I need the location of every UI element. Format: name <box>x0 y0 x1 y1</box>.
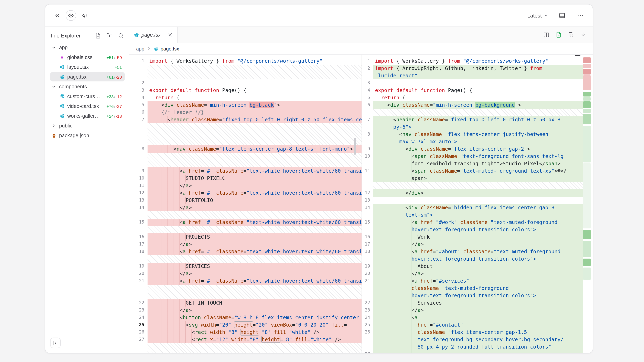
collapsed-region[interactable] <box>129 255 362 263</box>
preview-toggle-button[interactable] <box>66 10 76 21</box>
diff-row[interactable]: 6 {/* Header */} <box>129 109 362 116</box>
diff-minimap[interactable] <box>583 57 590 349</box>
diff-row[interactable]: 3 <box>362 79 583 87</box>
diff-row[interactable]: 11 </a> <box>129 182 362 189</box>
diff-row[interactable]: 5 <div className="min-h-screen bg-black"… <box>129 101 362 109</box>
diff-row[interactable]: py-6"> <box>362 123 583 131</box>
diff-row[interactable]: 10 <span className="text-foreground font… <box>362 153 583 160</box>
copy-code-button[interactable] <box>568 32 574 38</box>
collapsed-region[interactable] <box>129 285 362 299</box>
diff-row[interactable]: 4 return ( <box>129 94 362 101</box>
tree-item-page.tsx[interactable]: page.tsx+81/-28 <box>50 72 125 81</box>
diff-row[interactable]: 24 <a <box>362 314 583 321</box>
diff-row[interactable]: 7 <header className="fixed top-0 left-0 … <box>362 116 583 123</box>
diff-row[interactable]: 25 <svg width="20" height="20" viewBox="… <box>129 321 362 329</box>
diff-row[interactable]: 25 href="#contact" <box>362 321 583 329</box>
new-folder-button[interactable] <box>106 32 112 39</box>
diff-row[interactable]: 6 <div className="min-h-screen bg-backgr… <box>362 101 583 109</box>
left-pane-scrollbar-thumb[interactable] <box>354 138 356 155</box>
diff-row[interactable]: 11 <span className="text-muted-foregroun… <box>362 167 583 175</box>
tree-item-components[interactable]: components <box>50 82 125 91</box>
collapsed-region[interactable] <box>129 123 362 145</box>
close-tab-button[interactable] <box>167 31 173 38</box>
diff-row[interactable]: text-sm"> <box>362 211 583 219</box>
tab-page-tsx[interactable]: page.tsx <box>129 27 178 43</box>
diff-row[interactable]: 18 <a href="#about" className="text-mute… <box>362 248 583 255</box>
search-files-button[interactable] <box>118 32 124 39</box>
diff-row[interactable]: hover:text-foreground transition-colors"… <box>362 255 583 263</box>
diff-row[interactable]: 9 <a href="#" className="text-white hove… <box>129 167 362 175</box>
tree-item-video-card.tsx[interactable]: video-card.tsx+76/-27 <box>50 101 125 111</box>
diff-row[interactable]: 14 </a> <box>129 204 362 211</box>
diff-row[interactable]: 12 <a href="#" className="text-white hov… <box>129 189 362 197</box>
new-file-button[interactable] <box>95 32 101 39</box>
diff-row[interactable]: 27 > <box>362 351 583 353</box>
diff-row[interactable]: 22 Services <box>362 299 583 307</box>
breadcrumb-file[interactable]: page.tsx <box>154 46 179 51</box>
diff-row[interactable]: 23 </a> <box>362 307 583 314</box>
panel-layout-button[interactable] <box>557 10 567 21</box>
diff-row[interactable]: 4export default function Page() { <box>362 87 583 94</box>
diff-pane-old[interactable]: 1import { WorksGallery } from "@/compone… <box>129 54 362 353</box>
collapsed-region[interactable] <box>362 182 583 189</box>
diff-row[interactable]: 27 <rect x="12" width="8" height="8" fil… <box>129 336 362 343</box>
collapsed-region[interactable] <box>129 226 362 233</box>
tree-item-public[interactable]: public <box>50 121 125 130</box>
diff-row[interactable]: max-w-7xl mx-auto"> <box>362 138 583 145</box>
diff-pane-new[interactable]: 1import { WorksGallery } from "@/compone… <box>362 54 583 353</box>
diff-row[interactable]: 24 <button className="w-8 h-8 flex items… <box>129 314 362 321</box>
collapsed-region[interactable] <box>362 109 583 116</box>
diff-row[interactable]: 15 <a href="#work" className="text-muted… <box>362 219 583 226</box>
diff-row[interactable]: 19 About <box>362 263 583 270</box>
horizontal-scroll-indicator[interactable] <box>575 55 580 56</box>
diff-row[interactable]: 22 GET IN TOUCH <box>129 299 362 307</box>
diff-row[interactable]: 14 <div className="hidden md:flex items-… <box>362 204 583 211</box>
diff-row[interactable]: "lucide-react" <box>362 72 583 79</box>
diff-row[interactable]: 5 return ( <box>362 94 583 101</box>
diff-row[interactable]: 12 </div> <box>362 189 583 197</box>
diff-row[interactable]: 23 </a> <box>129 307 362 314</box>
diff-row[interactable]: 80 px-4 py-2 rounded-full transition-col… <box>362 343 583 351</box>
diff-row[interactable]: 20 </a> <box>129 270 362 277</box>
tree-item-app[interactable]: app <box>50 43 125 52</box>
diff-row[interactable]: hover:text-foreground transition-colors"… <box>362 292 583 299</box>
diff-row[interactable]: 21 <a href="#" className="text-white hov… <box>129 277 362 285</box>
apply-file-button[interactable] <box>556 32 562 38</box>
diff-row[interactable]: font-semibold tracking-tight">Studio Pix… <box>362 160 583 167</box>
diff-row[interactable]: 13 PORTFOLIO <box>129 197 362 204</box>
diff-row[interactable]: 1import { WorksGallery } from "@/compone… <box>129 57 362 65</box>
collapse-sidebar-button[interactable] <box>50 338 61 348</box>
diff-row[interactable]: 26 className="flex items-center gap-1.5 <box>362 329 583 336</box>
diff-row[interactable]: text-foreground bg-secondary hover:bg-se… <box>362 336 583 343</box>
diff-row[interactable]: 8 <nav className="flex items-center gap-… <box>129 145 362 153</box>
tree-item-globals.css[interactable]: #globals.css+51/-50 <box>50 52 125 62</box>
diff-row[interactable]: 20 </a> <box>362 270 583 277</box>
diff-row[interactable]: 2import { ArrowUpRight, Github, Linkedin… <box>362 65 583 72</box>
diff-row[interactable]: hover:text-foreground transition-colors"… <box>362 226 583 233</box>
diff-row[interactable]: 21 <a href="#services" <box>362 277 583 285</box>
version-dropdown[interactable]: Latest <box>527 12 548 18</box>
breadcrumb-folder[interactable]: app <box>136 46 144 51</box>
diff-row[interactable]: 10 STUDIO PIXEL® <box>129 175 362 182</box>
collapsed-region[interactable] <box>129 343 362 353</box>
diff-row[interactable]: 17 </a> <box>362 241 583 248</box>
collapsed-region[interactable] <box>129 211 362 219</box>
diff-row[interactable]: 18 <a href="#" className="text-white hov… <box>129 248 362 255</box>
more-options-button[interactable] <box>576 10 586 21</box>
code-toggle-button[interactable] <box>80 10 90 21</box>
diff-row[interactable]: 15 <a href="#" className="text-white hov… <box>129 219 362 226</box>
diff-row[interactable]: 8 <nav className="flex items-center just… <box>362 131 583 138</box>
diff-row[interactable]: 19 SERVICES <box>129 263 362 270</box>
collapse-panel-button[interactable] <box>52 10 62 21</box>
diff-row[interactable]: 17 </a> <box>129 241 362 248</box>
diff-row[interactable]: 7 <header className="fixed top-0 left-0 … <box>129 116 362 123</box>
diff-row[interactable]: 1import { WorksGallery } from "@/compone… <box>362 57 583 65</box>
tree-item-works-galler-[interactable]: works-galler…+24/-13 <box>50 111 125 120</box>
diff-row[interactable]: 16 Work <box>362 233 583 241</box>
diff-row[interactable]: span> <box>362 175 583 182</box>
diff-row[interactable]: 26 <rect width="8" height="8" fill="whit… <box>129 329 362 336</box>
collapsed-region[interactable] <box>129 65 362 79</box>
diff-row[interactable]: 9 <div className="flex items-center gap-… <box>362 145 583 153</box>
split-editor-button[interactable] <box>543 32 550 38</box>
diff-row[interactable]: className="text-muted-foreground <box>362 285 583 292</box>
